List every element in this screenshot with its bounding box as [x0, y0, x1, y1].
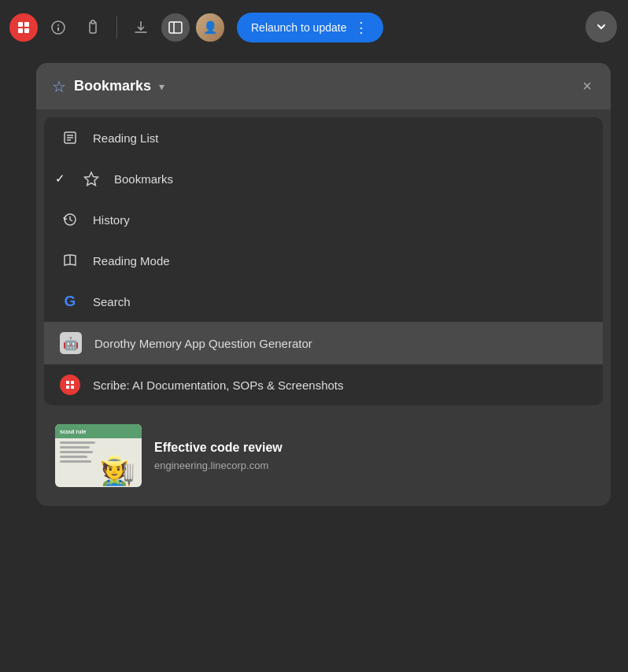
download-icon[interactable]	[127, 13, 155, 42]
menu-item-history[interactable]: History	[44, 199, 603, 240]
toolbar: 👤 Relaunch to update ⋮	[0, 0, 628, 55]
reading-mode-label: Reading Mode	[93, 254, 170, 268]
svg-rect-9	[169, 22, 182, 33]
svg-rect-3	[24, 28, 29, 33]
reading-card-thumbnail: scout rule 🧑‍🌾	[55, 424, 142, 487]
svg-rect-20	[66, 386, 69, 389]
svg-rect-21	[71, 386, 74, 389]
reading-list-icon	[60, 127, 80, 148]
scribe-toolbar-icon[interactable]	[9, 13, 38, 42]
svg-rect-2	[18, 28, 23, 33]
menu-list: Reading List ✓ Bookmarks Histor	[44, 117, 603, 405]
sidebar-icon[interactable]	[161, 13, 190, 42]
star-icon: ☆	[52, 77, 66, 96]
history-label: History	[93, 213, 130, 227]
scribe-label: Scribe: AI Documentation, SOPs & Screens…	[93, 378, 344, 392]
dropdown-arrow-icon[interactable]: ▾	[159, 80, 164, 93]
reading-list-label: Reading List	[93, 131, 158, 145]
svg-marker-15	[85, 172, 98, 186]
relaunch-button[interactable]: Relaunch to update ⋮	[237, 13, 383, 42]
thumb-character-icon: 🧑‍🌾	[100, 454, 135, 487]
info-icon[interactable]	[44, 13, 72, 42]
bookmarks-panel: ☆ Bookmarks ▾ × Reading List ✓	[36, 63, 611, 506]
svg-rect-19	[71, 381, 74, 384]
relaunch-menu-icon: ⋮	[354, 19, 369, 36]
bookmarks-title: Bookmarks	[74, 78, 151, 94]
toolbar-divider	[116, 17, 117, 39]
svg-rect-8	[91, 20, 94, 24]
scribe-menu-icon	[60, 375, 80, 395]
bookmarks-star-icon	[81, 168, 102, 189]
svg-rect-6	[57, 28, 59, 31]
dorothy-icon: 🤖	[60, 332, 82, 354]
menu-item-reading-mode[interactable]: Reading Mode	[44, 240, 603, 281]
history-icon	[60, 209, 80, 230]
thumb-bar-text: scout rule	[60, 429, 86, 434]
reading-card-url: engineering.linecorp.com	[154, 460, 283, 471]
menu-item-bookmarks[interactable]: ✓ Bookmarks	[44, 158, 603, 199]
checkmark-icon: ✓	[55, 172, 65, 186]
chevron-down-button[interactable]	[586, 11, 617, 42]
menu-item-scribe[interactable]: Scribe: AI Documentation, SOPs & Screens…	[44, 364, 603, 405]
reading-card-info: Effective code review engineering.lineco…	[154, 441, 283, 471]
bookmarks-label: Bookmarks	[114, 172, 173, 186]
avatar[interactable]: 👤	[196, 13, 224, 42]
reading-mode-icon	[60, 250, 80, 271]
bookmarks-title-area: ☆ Bookmarks ▾	[52, 77, 164, 96]
thumb-text-lines	[60, 441, 95, 465]
close-button[interactable]: ×	[579, 74, 595, 98]
svg-rect-0	[18, 22, 23, 27]
dorothy-label: Dorothy Memory App Question Generator	[94, 337, 312, 350]
svg-rect-1	[24, 22, 29, 27]
clipboard-icon[interactable]	[79, 13, 107, 42]
svg-point-5	[57, 24, 59, 26]
search-label: Search	[93, 295, 131, 308]
menu-item-reading-list[interactable]: Reading List	[44, 117, 603, 158]
bookmarks-header: ☆ Bookmarks ▾ ×	[36, 63, 611, 109]
relaunch-label: Relaunch to update	[251, 21, 346, 34]
svg-rect-18	[66, 381, 69, 384]
reading-card[interactable]: scout rule 🧑‍🌾 Effective code review eng…	[44, 413, 603, 498]
menu-item-dorothy[interactable]: 🤖 Dorothy Memory App Question Generator	[44, 322, 603, 364]
google-g-icon: G	[60, 291, 80, 312]
reading-card-title: Effective code review	[154, 441, 283, 455]
menu-item-search[interactable]: G Search	[44, 281, 603, 322]
